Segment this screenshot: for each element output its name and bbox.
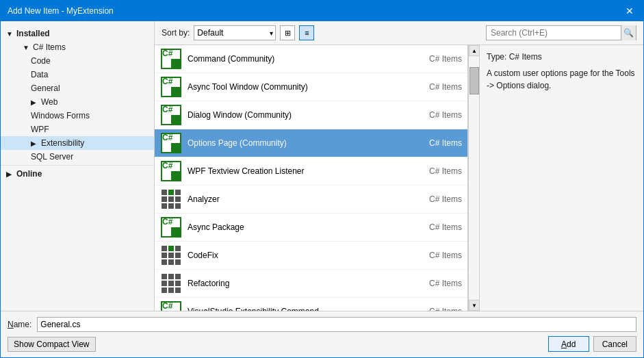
name-label: Name:	[8, 320, 31, 329]
sort-label: Sort by:	[162, 28, 190, 38]
tree-item-web[interactable]: ▶ Web	[1, 95, 154, 109]
scroll-track[interactable]	[469, 56, 479, 300]
type-value: C# Items	[509, 52, 542, 62]
item-category: C# Items	[415, 82, 462, 92]
svg-rect-38	[175, 274, 181, 279]
cancel-button[interactable]: Cancel	[593, 336, 636, 352]
extensibility-chevron: ▶	[31, 140, 39, 147]
tree-item-general[interactable]: General	[1, 81, 154, 95]
list-view-button[interactable]: ≡	[299, 25, 314, 40]
svg-rect-22	[168, 203, 174, 209]
svg-rect-36	[162, 274, 167, 279]
svg-text:C#: C#	[162, 161, 173, 170]
svg-text:C#: C#	[162, 133, 173, 142]
svg-rect-8	[171, 115, 181, 125]
list-item[interactable]: C# VisualStudio.Extensibility Command C#…	[155, 298, 467, 311]
tree-item-code[interactable]: Code	[1, 54, 154, 68]
list-item[interactable]: C# Async Tool Window (Community) C# Item…	[155, 73, 467, 101]
add-button[interactable]: Add	[548, 336, 589, 352]
list-item[interactable]: CodeFix C# Items	[155, 242, 467, 270]
dialog-buttons: Add Cancel	[548, 336, 636, 352]
item-category: C# Items	[415, 279, 462, 288]
svg-rect-5	[171, 87, 181, 97]
tree-item-windows-forms[interactable]: Windows Forms	[1, 109, 154, 123]
svg-rect-35	[175, 259, 181, 265]
scroll-thumb[interactable]	[469, 67, 479, 94]
item-icon	[160, 272, 182, 294]
name-label-text: ame:	[14, 320, 32, 329]
item-category: C# Items	[415, 54, 462, 64]
list-item[interactable]: Refactoring C# Items	[155, 270, 467, 298]
svg-rect-27	[162, 246, 167, 251]
installed-section[interactable]: ▼ Installed	[1, 27, 154, 40]
svg-text:C#: C#	[162, 77, 173, 86]
list-item[interactable]: C# Async Package C# Items	[155, 214, 467, 242]
svg-rect-20	[175, 196, 181, 202]
tree-item-label: Code	[31, 56, 51, 66]
name-input[interactable]	[37, 317, 636, 332]
item-icon	[160, 188, 182, 210]
item-category: C# Items	[415, 194, 462, 204]
svg-rect-17	[175, 190, 181, 195]
svg-rect-39	[162, 281, 167, 286]
add-new-item-dialog: Add New Item - MyExtension ✕ ▼ Installed…	[0, 0, 644, 358]
grid-view-button[interactable]: ⊞	[280, 25, 295, 40]
tree-item-label: SQL Server	[31, 152, 73, 162]
list-item[interactable]: Analyzer C# Items	[155, 186, 467, 214]
scrollbar[interactable]: ▲ ▼	[468, 45, 479, 311]
item-category: C# Items	[415, 222, 462, 232]
tree-item-label: Web	[41, 97, 57, 107]
svg-rect-42	[162, 287, 167, 293]
sort-select[interactable]: Default Name Type	[194, 25, 276, 40]
tree-item-extensibility[interactable]: ▶ Extensibility	[1, 136, 154, 150]
svg-rect-14	[171, 171, 181, 181]
search-input[interactable]	[487, 26, 621, 40]
list-item[interactable]: C# WPF Textview Creation Listener C# Ite…	[155, 157, 467, 186]
list-item[interactable]: C# Dialog Window (Community) C# Items	[155, 101, 467, 129]
action-row: Show Compact View Add Cancel	[8, 336, 636, 352]
main-area: C# Command (Community) C# Items C#	[155, 45, 643, 311]
list-item-selected[interactable]: C# Options Page (Community) C# Items	[155, 129, 467, 157]
item-name: Analyzer	[188, 194, 410, 204]
info-type: Type: C# Items	[487, 52, 636, 62]
list-item[interactable]: C# Command (Community) C# Items	[155, 45, 467, 73]
installed-chevron: ▼	[6, 30, 14, 38]
name-row: Name:	[8, 317, 636, 332]
svg-rect-18	[162, 196, 167, 202]
item-name: Dialog Window (Community)	[188, 110, 410, 120]
svg-text:C#: C#	[162, 217, 173, 227]
online-section[interactable]: ▶ Online	[1, 167, 154, 181]
name-label-underline: N	[8, 320, 14, 329]
tree-item-wpf[interactable]: WPF	[1, 123, 154, 136]
svg-rect-33	[162, 259, 167, 265]
tree-item-label: Extensibility	[41, 138, 84, 148]
tree-item-c-sharp[interactable]: ▼ C# Items	[1, 40, 154, 54]
item-name: Async Package	[188, 222, 410, 232]
web-chevron: ▶	[31, 99, 39, 106]
svg-rect-30	[162, 253, 167, 258]
svg-rect-2	[171, 59, 181, 68]
tree-item-label: Data	[31, 70, 48, 79]
item-category: C# Items	[415, 110, 462, 120]
search-box: 🔍	[486, 25, 636, 40]
type-label: Type:	[487, 52, 506, 62]
compact-view-button[interactable]: Show Compact View	[8, 337, 96, 352]
bottom-bar: Name: Show Compact View Add Cancel	[1, 311, 643, 357]
item-icon: C#	[160, 160, 182, 182]
tree-item-label: Windows Forms	[31, 111, 90, 120]
item-name: Refactoring	[188, 279, 410, 288]
tree-item-sql-server[interactable]: SQL Server	[1, 150, 154, 164]
tree-item-label: General	[31, 84, 60, 93]
item-icon: C#	[160, 301, 182, 311]
search-button[interactable]: 🔍	[621, 25, 636, 40]
close-button[interactable]: ✕	[623, 4, 636, 18]
item-icon: C#	[160, 132, 182, 154]
scroll-down-button[interactable]: ▼	[469, 300, 480, 311]
item-icon	[160, 244, 182, 266]
svg-rect-23	[175, 203, 181, 209]
item-category: C# Items	[415, 138, 462, 148]
installed-label: Installed	[16, 29, 50, 38]
scroll-up-button[interactable]: ▲	[469, 45, 480, 56]
tree-item-data[interactable]: Data	[1, 68, 154, 81]
left-panel: ▼ Installed ▼ C# Items Code Data General…	[1, 21, 155, 311]
